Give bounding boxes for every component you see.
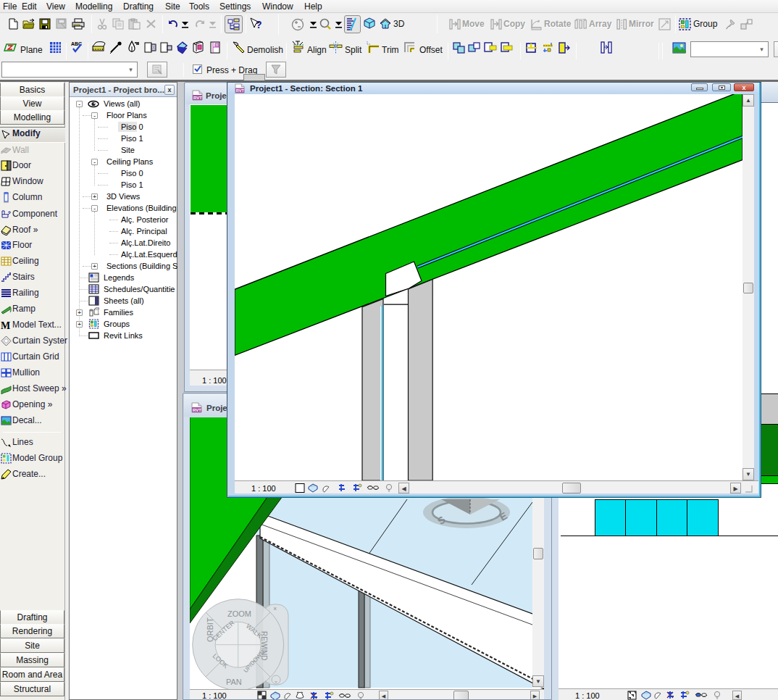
svg-text:M: M [1, 320, 10, 330]
svg-text:RVT: RVT [193, 408, 201, 412]
svg-text:×: × [273, 605, 277, 612]
svg-text:ZOOM: ZOOM [227, 609, 251, 618]
svg-text:?: ? [256, 19, 262, 30]
svg-text:RVT: RVT [193, 96, 202, 100]
svg-text:PAN: PAN [226, 678, 242, 686]
svg-text:RVT: RVT [236, 88, 245, 93]
svg-text:⌄: ⌄ [274, 678, 279, 684]
